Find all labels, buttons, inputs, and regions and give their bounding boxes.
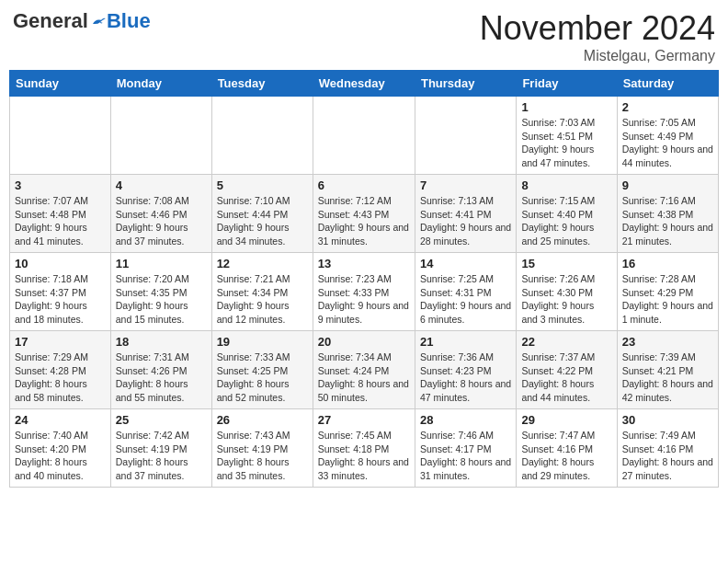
calendar-cell: 26Sunrise: 7:43 AM Sunset: 4:19 PM Dayli… — [211, 409, 313, 488]
day-number: 11 — [116, 257, 207, 270]
weekday-saturday: Saturday — [617, 71, 718, 97]
weekday-header-row: SundayMondayTuesdayWednesdayThursdayFrid… — [10, 71, 719, 97]
calendar-week-1: 1Sunrise: 7:03 AM Sunset: 4:51 PM Daylig… — [10, 97, 719, 175]
day-number: 17 — [15, 335, 106, 349]
day-number: 5 — [217, 178, 308, 192]
calendar-cell: 23Sunrise: 7:39 AM Sunset: 4:21 PM Dayli… — [617, 331, 718, 409]
day-info: Sunrise: 7:45 AM Sunset: 4:18 PM Dayligh… — [318, 429, 410, 483]
day-number: 28 — [420, 413, 511, 427]
calendar-week-3: 10Sunrise: 7:18 AM Sunset: 4:37 PM Dayli… — [10, 253, 719, 331]
calendar-week-2: 3Sunrise: 7:07 AM Sunset: 4:48 PM Daylig… — [10, 175, 719, 253]
day-number: 20 — [318, 335, 410, 349]
day-info: Sunrise: 7:40 AM Sunset: 4:20 PM Dayligh… — [15, 429, 106, 483]
calendar-cell: 9Sunrise: 7:16 AM Sunset: 4:38 PM Daylig… — [617, 175, 718, 253]
day-info: Sunrise: 7:37 AM Sunset: 4:22 PM Dayligh… — [521, 350, 611, 405]
day-info: Sunrise: 7:10 AM Sunset: 4:44 PM Dayligh… — [217, 194, 308, 248]
day-number: 23 — [622, 335, 713, 349]
day-info: Sunrise: 7:47 AM Sunset: 4:16 PM Dayligh… — [521, 429, 611, 483]
day-number: 8 — [521, 178, 611, 192]
day-number: 29 — [521, 413, 611, 427]
day-info: Sunrise: 7:39 AM Sunset: 4:21 PM Dayligh… — [622, 350, 713, 405]
day-number: 4 — [116, 178, 207, 192]
calendar-cell: 24Sunrise: 7:40 AM Sunset: 4:20 PM Dayli… — [10, 409, 111, 488]
day-number: 22 — [521, 335, 611, 349]
calendar-cell: 22Sunrise: 7:37 AM Sunset: 4:22 PM Dayli… — [517, 331, 617, 409]
day-info: Sunrise: 7:12 AM Sunset: 4:43 PM Dayligh… — [318, 194, 410, 248]
calendar-cell: 5Sunrise: 7:10 AM Sunset: 4:44 PM Daylig… — [211, 175, 313, 253]
day-number: 6 — [318, 178, 410, 192]
day-number: 13 — [318, 257, 410, 270]
day-info: Sunrise: 7:23 AM Sunset: 4:33 PM Dayligh… — [318, 272, 410, 327]
calendar-cell — [10, 97, 111, 175]
day-number: 9 — [622, 178, 713, 192]
header: General Blue November 2024 Mistelgau, Ge… — [9, 9, 719, 64]
title-section: November 2024 Mistelgau, Germany — [480, 9, 715, 64]
weekday-friday: Friday — [517, 71, 617, 97]
calendar-cell: 1Sunrise: 7:03 AM Sunset: 4:51 PM Daylig… — [517, 97, 617, 175]
day-info: Sunrise: 7:43 AM Sunset: 4:19 PM Dayligh… — [217, 429, 308, 483]
day-info: Sunrise: 7:07 AM Sunset: 4:48 PM Dayligh… — [15, 194, 106, 248]
day-number: 25 — [116, 413, 207, 427]
day-info: Sunrise: 7:36 AM Sunset: 4:23 PM Dayligh… — [420, 350, 511, 405]
calendar-cell: 30Sunrise: 7:49 AM Sunset: 4:16 PM Dayli… — [617, 409, 718, 488]
day-info: Sunrise: 7:29 AM Sunset: 4:28 PM Dayligh… — [15, 350, 106, 405]
day-info: Sunrise: 7:31 AM Sunset: 4:26 PM Dayligh… — [116, 350, 207, 405]
calendar-cell: 27Sunrise: 7:45 AM Sunset: 4:18 PM Dayli… — [313, 409, 415, 488]
day-number: 2 — [622, 100, 713, 114]
calendar-cell: 25Sunrise: 7:42 AM Sunset: 4:19 PM Dayli… — [110, 409, 211, 488]
logo-blue-text: Blue — [107, 9, 151, 33]
day-info: Sunrise: 7:21 AM Sunset: 4:34 PM Dayligh… — [217, 272, 308, 327]
day-info: Sunrise: 7:42 AM Sunset: 4:19 PM Dayligh… — [116, 429, 207, 483]
day-info: Sunrise: 7:18 AM Sunset: 4:37 PM Dayligh… — [15, 272, 106, 327]
day-info: Sunrise: 7:25 AM Sunset: 4:31 PM Dayligh… — [420, 272, 511, 327]
day-info: Sunrise: 7:28 AM Sunset: 4:29 PM Dayligh… — [622, 272, 713, 327]
day-info: Sunrise: 7:05 AM Sunset: 4:49 PM Dayligh… — [622, 116, 713, 170]
day-number: 16 — [622, 257, 713, 270]
day-info: Sunrise: 7:13 AM Sunset: 4:41 PM Dayligh… — [420, 194, 511, 248]
calendar: SundayMondayTuesdayWednesdayThursdayFrid… — [9, 70, 719, 488]
calendar-cell: 8Sunrise: 7:15 AM Sunset: 4:40 PM Daylig… — [517, 175, 617, 253]
day-number: 21 — [420, 335, 511, 349]
day-info: Sunrise: 7:08 AM Sunset: 4:46 PM Dayligh… — [116, 194, 207, 248]
calendar-cell: 18Sunrise: 7:31 AM Sunset: 4:26 PM Dayli… — [110, 331, 211, 409]
day-number: 18 — [116, 335, 207, 349]
day-number: 10 — [15, 257, 106, 270]
day-number: 27 — [318, 413, 410, 427]
logo: General Blue — [13, 9, 151, 33]
weekday-thursday: Thursday — [415, 71, 516, 97]
day-info: Sunrise: 7:26 AM Sunset: 4:30 PM Dayligh… — [521, 272, 611, 327]
calendar-cell: 17Sunrise: 7:29 AM Sunset: 4:28 PM Dayli… — [10, 331, 111, 409]
calendar-cell: 4Sunrise: 7:08 AM Sunset: 4:46 PM Daylig… — [110, 175, 211, 253]
weekday-monday: Monday — [110, 71, 211, 97]
day-info: Sunrise: 7:49 AM Sunset: 4:16 PM Dayligh… — [622, 429, 713, 483]
day-number: 3 — [15, 178, 106, 192]
day-info: Sunrise: 7:46 AM Sunset: 4:17 PM Dayligh… — [420, 429, 511, 483]
day-info: Sunrise: 7:34 AM Sunset: 4:24 PM Dayligh… — [318, 350, 410, 405]
calendar-cell — [415, 97, 516, 175]
day-number: 30 — [622, 413, 713, 427]
day-number: 24 — [15, 413, 106, 427]
calendar-cell: 21Sunrise: 7:36 AM Sunset: 4:23 PM Dayli… — [415, 331, 516, 409]
calendar-header: SundayMondayTuesdayWednesdayThursdayFrid… — [10, 71, 719, 97]
day-number: 1 — [521, 100, 611, 114]
calendar-cell: 14Sunrise: 7:25 AM Sunset: 4:31 PM Dayli… — [415, 253, 516, 331]
logo-general-text: General — [13, 9, 88, 33]
calendar-cell — [313, 97, 415, 175]
calendar-cell: 16Sunrise: 7:28 AM Sunset: 4:29 PM Dayli… — [617, 253, 718, 331]
weekday-sunday: Sunday — [10, 71, 111, 97]
calendar-week-5: 24Sunrise: 7:40 AM Sunset: 4:20 PM Dayli… — [10, 409, 719, 488]
day-number: 12 — [217, 257, 308, 270]
calendar-cell — [211, 97, 313, 175]
calendar-cell: 28Sunrise: 7:46 AM Sunset: 4:17 PM Dayli… — [415, 409, 516, 488]
day-info: Sunrise: 7:15 AM Sunset: 4:40 PM Dayligh… — [521, 194, 611, 248]
day-info: Sunrise: 7:33 AM Sunset: 4:25 PM Dayligh… — [217, 350, 308, 405]
day-number: 7 — [420, 178, 511, 192]
weekday-wednesday: Wednesday — [313, 71, 415, 97]
day-number: 19 — [217, 335, 308, 349]
calendar-cell: 11Sunrise: 7:20 AM Sunset: 4:35 PM Dayli… — [110, 253, 211, 331]
day-info: Sunrise: 7:16 AM Sunset: 4:38 PM Dayligh… — [622, 194, 713, 248]
calendar-cell: 19Sunrise: 7:33 AM Sunset: 4:25 PM Dayli… — [211, 331, 313, 409]
day-number: 15 — [521, 257, 611, 270]
calendar-cell: 6Sunrise: 7:12 AM Sunset: 4:43 PM Daylig… — [313, 175, 415, 253]
calendar-cell: 12Sunrise: 7:21 AM Sunset: 4:34 PM Dayli… — [211, 253, 313, 331]
